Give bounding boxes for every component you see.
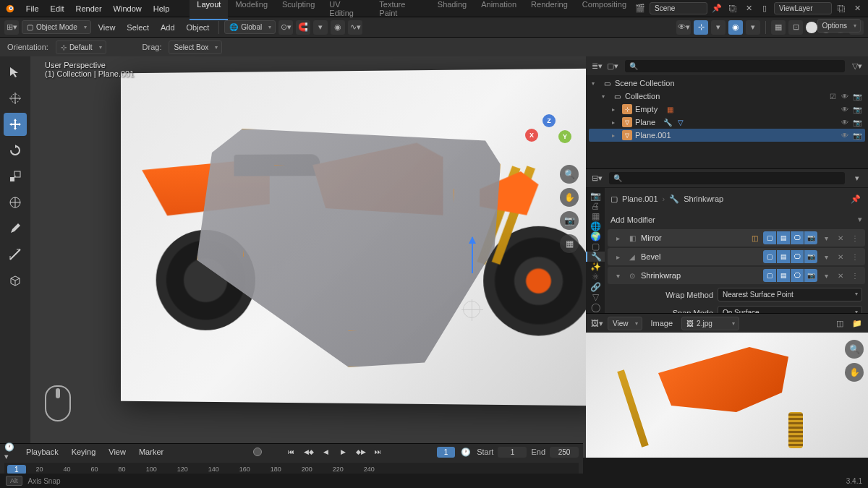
prop-tab-output[interactable]: 🖨: [586, 201, 605, 211]
shading-solid-icon[interactable]: [806, 22, 817, 33]
realtime-toggle-icon[interactable]: ▢: [763, 250, 776, 263]
scene-delete-icon[interactable]: ✕: [742, 2, 755, 15]
modifier-shrinkwrap[interactable]: ▾ ⊙ Shrinkwrap ▢ ▤ 🖵 📷 ▾ ✕ ⋮: [608, 267, 865, 284]
prop-tab-viewlayer[interactable]: ▦: [586, 211, 605, 221]
viewport-menu-object[interactable]: Object: [182, 21, 214, 34]
camera-view-icon[interactable]: 📷: [560, 211, 579, 230]
prop-tab-physics[interactable]: ⚛: [586, 272, 605, 282]
outliner-item-empty[interactable]: ▸ ⊹ Empty ▦ 👁 📷: [589, 103, 865, 116]
outliner-item-plane001[interactable]: ▸ ▽ Plane.001 👁 📷: [589, 129, 865, 142]
prop-tab-object[interactable]: ▢: [586, 241, 605, 252]
tool-orientation-dropdown[interactable]: ⊹Default: [56, 40, 106, 54]
workspace-uv[interactable]: UV Editing: [322, 0, 372, 20]
tool-transform[interactable]: [4, 191, 27, 214]
breadcrumb-modifier[interactable]: Shrinkwrap: [684, 194, 723, 203]
outliner-item-plane[interactable]: ▸ ▽ Plane 🔧 ▽ 👁 📷: [589, 116, 865, 129]
disclosure-icon[interactable]: ▸: [612, 119, 619, 126]
tool-cursor[interactable]: [4, 87, 27, 110]
axis-x-handle[interactable]: X: [525, 129, 538, 142]
prop-tab-modifiers[interactable]: 🔧: [586, 252, 605, 262]
workspace-layout[interactable]: Layout: [190, 0, 228, 20]
scene-name-input[interactable]: [650, 2, 707, 14]
img-zoom-icon[interactable]: 🔍: [845, 340, 864, 359]
proportional-toggle-icon[interactable]: ◉: [331, 20, 345, 35]
extras-icon[interactable]: ⋮: [849, 270, 861, 281]
mode-dropdown[interactable]: ▢Object Mode: [22, 20, 91, 34]
viewport-toggle-icon[interactable]: 🖵: [791, 250, 804, 263]
navigation-gizmo[interactable]: Z Y X: [528, 114, 571, 158]
outliner-filter-icon[interactable]: ▽▾: [851, 59, 864, 72]
outliner-scene-collection[interactable]: ▾ ▭ Scene Collection: [589, 77, 865, 90]
delete-icon[interactable]: ✕: [835, 270, 846, 281]
snap-toggle-icon[interactable]: 🧲: [296, 20, 310, 35]
viewlayer-browse-icon[interactable]: ▯: [758, 2, 771, 15]
outliner-collection[interactable]: ▾ ▭ Collection ☑ 👁 📷: [589, 90, 865, 103]
tool-measure[interactable]: [4, 243, 27, 266]
jump-to-end-icon[interactable]: ⏭: [372, 446, 385, 458]
eye-icon[interactable]: 👁: [840, 130, 850, 140]
image-editor-type-icon[interactable]: 🖼▾: [590, 317, 603, 330]
editmode-toggle-icon[interactable]: ▤: [777, 250, 790, 263]
scene-pin-icon[interactable]: 📌: [710, 2, 723, 15]
prop-tab-scene[interactable]: 🌐: [586, 221, 605, 231]
scene-browse-icon[interactable]: 🎬: [634, 2, 647, 15]
shading-wireframe-icon[interactable]: ⊡: [788, 20, 803, 35]
pan-icon[interactable]: ✋: [560, 188, 579, 207]
menu-window[interactable]: Window: [108, 1, 148, 16]
disclosure-icon[interactable]: ▾: [602, 93, 609, 100]
prop-tab-data[interactable]: ▽: [586, 292, 605, 302]
snap-mode-dropdown[interactable]: On Surface: [718, 306, 862, 313]
jump-to-start-icon[interactable]: ⏮: [285, 446, 298, 458]
prop-tab-constraints[interactable]: 🔗: [586, 282, 605, 292]
proportional-dropdown-icon[interactable]: ∿▾: [348, 20, 362, 35]
add-modifier-dropdown[interactable]: Add Modifier: [610, 215, 854, 224]
image-open-icon[interactable]: 📁: [851, 317, 864, 330]
realtime-toggle-icon[interactable]: ▢: [763, 231, 776, 244]
viewlayer-delete-icon[interactable]: ✕: [851, 2, 864, 15]
editmode-toggle-icon[interactable]: ▤: [777, 269, 790, 282]
menu-render[interactable]: Render: [70, 1, 108, 16]
render-toggle-icon[interactable]: 📷: [804, 231, 817, 244]
modifier-name[interactable]: Shrinkwrap: [641, 271, 760, 280]
workspace-animation[interactable]: Animation: [474, 0, 524, 20]
viewport-menu-add[interactable]: Add: [156, 21, 179, 34]
render-icon[interactable]: 📷: [852, 104, 862, 114]
breadcrumb-object[interactable]: Plane.001: [622, 194, 658, 203]
image-view-menu[interactable]: View: [608, 317, 642, 330]
modifier-name[interactable]: Bevel: [641, 252, 760, 261]
chevron-down-icon[interactable]: ▾: [820, 270, 832, 281]
perspective-toggle-icon[interactable]: ▦: [560, 234, 579, 253]
scene-copy-icon[interactable]: ⿻: [726, 2, 739, 15]
viewport-menu-select[interactable]: Select: [122, 21, 153, 34]
workspace-texture[interactable]: Texture Paint: [372, 0, 430, 20]
pivot-dropdown-icon[interactable]: ⊙▾: [278, 20, 293, 35]
viewport-toggle-icon[interactable]: 🖵: [791, 231, 804, 244]
render-icon[interactable]: 📷: [852, 91, 862, 101]
menu-file[interactable]: File: [20, 1, 45, 16]
eye-icon[interactable]: 👁: [840, 117, 850, 127]
overlay-toggle-icon[interactable]: ◉: [728, 20, 743, 35]
editor-type-icon[interactable]: ⊞▾: [4, 20, 19, 35]
image-new-icon[interactable]: ◫: [833, 317, 846, 330]
workspace-compositing[interactable]: Compositing: [575, 0, 634, 20]
image-viewport[interactable]: 🔍 ✋: [586, 333, 868, 458]
gizmo-toggle-icon[interactable]: ⊹: [694, 20, 708, 35]
chevron-down-icon[interactable]: ▾: [820, 251, 832, 262]
pin-icon[interactable]: 📌: [849, 192, 862, 205]
chevron-right-icon[interactable]: ▸: [612, 232, 624, 244]
render-icon[interactable]: 📷: [852, 130, 862, 140]
overlay-dropdown-icon[interactable]: ▾: [746, 20, 760, 35]
workspace-shading[interactable]: Shading: [430, 0, 474, 20]
outliner-type-icon[interactable]: ≣▾: [590, 59, 603, 72]
timeline-type-icon[interactable]: 🕐▾: [4, 445, 17, 458]
viewport-toggle-icon[interactable]: 🖵: [791, 269, 804, 282]
wrap-method-dropdown[interactable]: Nearest Surface Point: [718, 288, 862, 301]
auto-keying-toggle[interactable]: [253, 448, 262, 456]
timeline-marker-menu[interactable]: Marker: [135, 445, 168, 458]
properties-options-icon[interactable]: ▾: [851, 172, 864, 185]
extras-icon[interactable]: ⋮: [849, 232, 861, 244]
chevron-right-icon[interactable]: ▸: [612, 251, 624, 262]
play-reverse-icon[interactable]: ◀: [320, 446, 333, 458]
modifier-name[interactable]: Mirror: [641, 234, 746, 242]
timeline-view-menu[interactable]: View: [104, 445, 130, 458]
